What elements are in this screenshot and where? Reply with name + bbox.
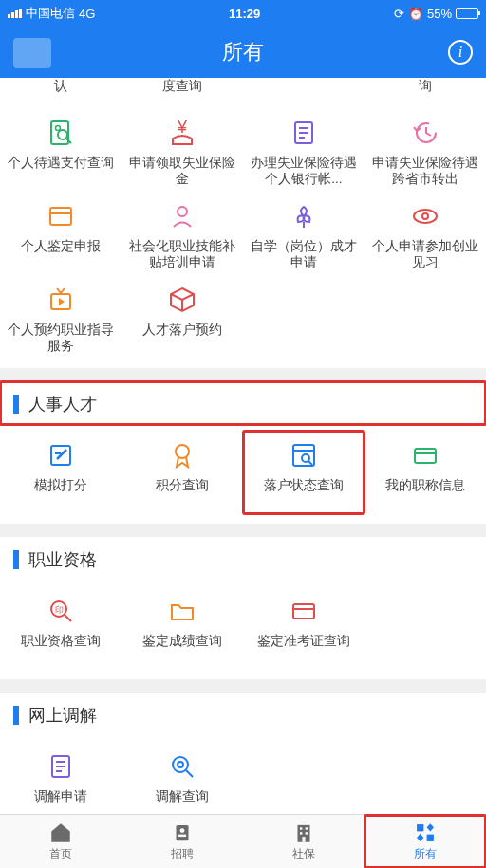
service-label: 我的职称信息 <box>368 478 482 510</box>
status-time: 11:29 <box>229 7 260 21</box>
history-icon <box>368 114 482 152</box>
service-label: 申请失业保险待遇跨省市转出 <box>368 156 482 188</box>
card-icon <box>368 436 482 474</box>
service-label: 个人申请参加创业见习 <box>368 239 482 271</box>
service-item[interactable]: 调解申请 <box>0 742 122 814</box>
service-label: 自学（岗位）成才申请 <box>247 239 361 271</box>
service-label: 鉴定成绩查询 <box>125 634 239 666</box>
status-bar: 中国电信 4G 11:29 ⟳ ⏰ 55% <box>0 0 486 27</box>
service-item[interactable]: 鉴定准考证查询 <box>243 586 364 670</box>
services-grid: 个人待遇支付查询申请领取失业保险金办理失业保险待遇个人银行帐...申请失业保险待… <box>0 102 486 368</box>
service-label: 调解查询 <box>125 789 239 814</box>
lens-icon <box>125 748 239 785</box>
stamp-search-icon <box>4 592 118 630</box>
tab-all[interactable]: 所有 <box>364 815 486 868</box>
service-item[interactable]: 个人申请参加创业见习 <box>364 192 486 275</box>
service-label: 积分查询 <box>125 478 239 510</box>
tab-label: 首页 <box>49 846 72 862</box>
service-item[interactable]: 我的职称信息 <box>364 431 486 514</box>
doc-lines-icon <box>247 114 361 152</box>
page-title: 所有 <box>222 38 264 66</box>
service-item[interactable]: 积分查询 <box>122 431 243 514</box>
window-icon <box>4 197 118 235</box>
service-item[interactable]: 个人待遇支付查询 <box>0 108 122 192</box>
content-scroll[interactable]: 认 度查询 询 个人待遇支付查询申请领取失业保险金办理失业保险待遇个人银行帐..… <box>0 78 486 814</box>
network-label: 4G <box>79 7 95 21</box>
doc-search2-icon <box>247 436 361 474</box>
money-hand-icon <box>125 114 239 152</box>
tab-bar: 首页招聘社保所有 <box>0 814 486 868</box>
service-item[interactable]: 鉴定成绩查询 <box>122 586 243 670</box>
tab-label: 所有 <box>414 846 437 862</box>
section-header: 网上调解 <box>0 693 486 736</box>
section-bar-icon <box>13 706 19 725</box>
section-header: 人事人才 <box>0 381 486 425</box>
tab-label: 社保 <box>292 846 315 862</box>
all-icon <box>413 822 438 844</box>
section-header: 职业资格 <box>0 537 486 581</box>
service-item[interactable]: 自学（岗位）成才申请 <box>243 192 364 275</box>
rotation-lock-icon: ⟳ <box>394 7 404 21</box>
signal-icon <box>8 9 22 18</box>
service-item[interactable]: 申请失业保险待遇跨省市转出 <box>364 108 486 192</box>
avatar[interactable] <box>13 38 51 68</box>
service-item[interactable]: 模拟打分 <box>0 431 122 514</box>
battery-pct: 55% <box>427 7 452 21</box>
service-label: 人才落户预约 <box>125 323 239 355</box>
service-label: 模拟打分 <box>4 478 118 510</box>
trunc-cell[interactable]: 认 <box>0 78 122 102</box>
status-left: 中国电信 4G <box>8 5 95 22</box>
eye-icon <box>368 197 482 235</box>
section-grid: 调解申请调解查询 <box>0 736 486 814</box>
section-title: 人事人才 <box>28 393 97 416</box>
recruit-icon <box>170 822 195 844</box>
trunc-cell[interactable]: 询 <box>364 78 486 102</box>
section-grid: 职业资格查询鉴定成绩查询鉴定准考证查询 <box>0 581 486 679</box>
tv-play-icon <box>4 281 118 319</box>
tab-building[interactable]: 社保 <box>243 815 364 868</box>
service-item[interactable]: 个人鉴定申报 <box>0 192 122 275</box>
flower-icon <box>247 197 361 235</box>
service-item[interactable]: 人才落户预约 <box>122 275 243 359</box>
building-icon <box>291 822 316 844</box>
service-label: 鉴定准考证查询 <box>247 634 361 666</box>
section-title: 网上调解 <box>28 704 97 727</box>
service-label: 申请领取失业保险金 <box>125 156 239 188</box>
service-item[interactable]: 社会化职业技能补贴培训申请 <box>122 192 243 275</box>
service-label: 个人鉴定申报 <box>4 239 118 271</box>
service-item[interactable]: 职业资格查询 <box>0 586 122 670</box>
service-item[interactable]: 个人预约职业指导服务 <box>0 275 122 359</box>
section-grid: 模拟打分积分查询落户状态查询我的职称信息 <box>0 425 486 524</box>
medal-icon <box>125 436 239 474</box>
tab-recruit[interactable]: 招聘 <box>122 815 243 868</box>
service-item[interactable]: 调解查询 <box>122 742 243 814</box>
doc-lines-icon <box>4 748 118 785</box>
card-icon <box>247 592 361 630</box>
tab-label: 招聘 <box>171 846 194 862</box>
person-icon <box>125 197 239 235</box>
nav-header: 所有 i <box>0 27 486 78</box>
service-label: 社会化职业技能补贴培训申请 <box>125 239 239 271</box>
trunc-cell[interactable]: 度查询 <box>122 78 243 102</box>
section-bar-icon <box>13 550 19 569</box>
service-label: 落户状态查询 <box>247 478 361 510</box>
battery-icon <box>456 8 478 19</box>
service-label: 办理失业保险待遇个人银行帐... <box>247 156 361 188</box>
service-label: 个人预约职业指导服务 <box>4 323 118 355</box>
service-label: 个人待遇支付查询 <box>4 156 118 188</box>
home-icon <box>48 822 73 844</box>
doc-search-icon <box>4 114 118 152</box>
trunc-cell[interactable] <box>243 78 364 102</box>
edit-icon <box>4 436 118 474</box>
service-item[interactable]: 办理失业保险待遇个人银行帐... <box>243 108 364 192</box>
tab-home[interactable]: 首页 <box>0 815 122 868</box>
section-title: 职业资格 <box>28 548 97 571</box>
folder-icon <box>125 592 239 630</box>
service-item[interactable]: 落户状态查询 <box>243 431 364 514</box>
service-label: 调解申请 <box>4 789 118 814</box>
info-icon[interactable]: i <box>448 40 473 65</box>
box-icon <box>125 281 239 319</box>
service-item[interactable]: 申请领取失业保险金 <box>122 108 243 192</box>
truncated-row: 认 度查询 询 <box>0 78 486 102</box>
service-label: 职业资格查询 <box>4 634 118 666</box>
